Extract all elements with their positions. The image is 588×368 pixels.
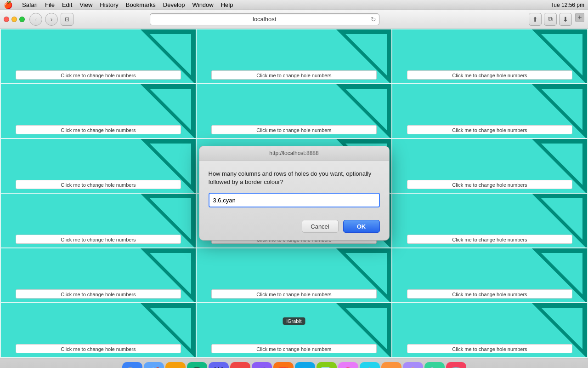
dialog-overlay: http://localhost:8888 How many columns a… [0, 29, 588, 358]
menu-history[interactable]: History [96, 0, 122, 10]
menubar: 🍎 Safari File Edit View History Bookmark… [0, 0, 588, 10]
dock-icon-app11[interactable]: 🎯 [338, 362, 358, 368]
reading-list-button[interactable]: ⧉ [544, 13, 557, 26]
new-tab-button[interactable]: + [575, 13, 584, 22]
dock-icon-app7[interactable]: 🎵 [252, 362, 272, 368]
dock-icon-finder[interactable]: 🔍 [122, 362, 142, 368]
menu-edit[interactable]: Edit [58, 0, 76, 10]
igrab-tooltip: iGrabIt [283, 317, 305, 325]
dock-icon-messages[interactable]: 💬 [187, 362, 207, 368]
dock-icon-app8[interactable]: 📅 [273, 362, 294, 368]
prompt-dialog: http://localhost:8888 How many columns a… [199, 146, 390, 241]
menubar-time: Tue 12:56 pm [550, 2, 584, 8]
dock-icon-mail[interactable]: ✉️ [165, 362, 186, 368]
sidebar-toggle-button[interactable]: ⊡ [61, 13, 74, 26]
share-button[interactable]: ⬆ [529, 13, 542, 26]
dialog-ok-button[interactable]: OK [343, 220, 380, 233]
close-window-button[interactable] [4, 17, 9, 22]
forward-button[interactable]: › [45, 13, 58, 26]
maximize-window-button[interactable] [19, 17, 25, 22]
menu-file[interactable]: File [41, 0, 58, 10]
apple-menu[interactable]: 🍎 [4, 0, 13, 9]
menu-help[interactable]: Help [217, 0, 237, 10]
menubar-right: Tue 12:56 pm [550, 2, 584, 8]
dialog-cancel-button[interactable]: Cancel [302, 220, 339, 233]
menu-view[interactable]: View [76, 0, 96, 10]
dock-icon-app16[interactable]: 🗑️ [446, 362, 466, 368]
dock-icon-app12[interactable]: ⚙️ [360, 362, 380, 368]
url-text: localhost [253, 16, 276, 23]
reload-button[interactable]: ↻ [371, 16, 376, 23]
dock-icon-app13[interactable]: 🎮 [381, 362, 401, 368]
downloads-button[interactable]: ⬇ [559, 13, 572, 26]
dialog-title: http://localhost:8888 [269, 150, 318, 156]
dock: 🔍 🚀 ✉️ 💬 🖼 📷 🎵 📅 🌐 📝 🎯 ⚙️ 🎮 📦 🔧 🗑️ [0, 358, 588, 368]
back-button[interactable]: ‹ [29, 13, 42, 26]
dock-icon-launchpad[interactable]: 🚀 [144, 362, 164, 368]
dock-icon-app6[interactable]: 📷 [230, 362, 250, 368]
menu-bookmarks[interactable]: Bookmarks [122, 0, 159, 10]
menu-safari[interactable]: Safari [18, 0, 41, 10]
browser-toolbar: ‹ › ⊡ localhost ↻ ⬆ ⧉ ⬇ + [0, 10, 588, 29]
minimize-window-button[interactable] [11, 17, 17, 22]
dock-icon-safari[interactable]: 🌐 [295, 362, 315, 368]
dialog-body: How many columns and rows of holes do yo… [199, 161, 389, 214]
page-content: Click me to change hole numbers Click me… [0, 29, 588, 358]
menu-window[interactable]: Window [188, 0, 217, 10]
dock-icon-app10[interactable]: 📝 [317, 362, 337, 368]
dialog-input-field[interactable] [209, 193, 380, 207]
address-bar[interactable]: localhost ↻ [150, 13, 379, 25]
dock-icon-app15[interactable]: 🔧 [424, 362, 445, 368]
dock-icon-photos[interactable]: 🖼 [209, 362, 229, 368]
dialog-question: How many columns and rows of holes do yo… [209, 170, 380, 186]
dialog-title-bar: http://localhost:8888 [199, 146, 389, 161]
dialog-buttons: Cancel OK [199, 214, 389, 240]
toolbar-right: ⬆ ⧉ ⬇ + [529, 13, 584, 26]
dock-icon-app14[interactable]: 📦 [403, 362, 423, 368]
menu-develop[interactable]: Develop [159, 0, 189, 10]
traffic-lights [4, 17, 25, 22]
